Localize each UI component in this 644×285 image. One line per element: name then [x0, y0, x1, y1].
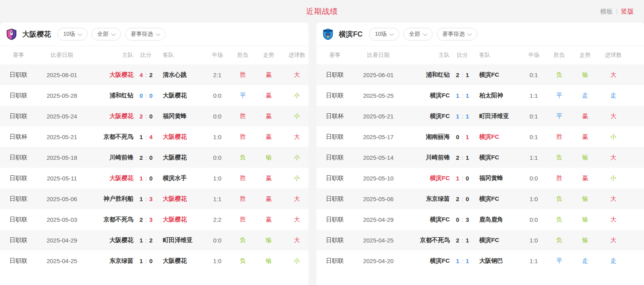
- match-row[interactable]: 日职联 2025-06-01 浦和红钻 2 : 1 横滨FC 0:1 负 输 大: [316, 64, 644, 85]
- handicap-trend: 赢: [252, 92, 285, 99]
- view-toggle-horizontal[interactable]: 横板: [600, 7, 613, 16]
- match-row[interactable]: 日联杯 2025-05-21 横滨FC 1 : 1 町田泽维亚 0:1 平 赢 …: [316, 106, 644, 126]
- col-goals: 进球数: [285, 52, 308, 59]
- goals-over-under: 小: [602, 133, 625, 141]
- half-time-score: 0:0: [517, 216, 550, 223]
- half-time-score: 1:0: [201, 175, 234, 182]
- goals-over-under: 小: [285, 174, 308, 182]
- away-team: 大阪樱花: [159, 92, 201, 99]
- win-loss-result: 胜: [234, 195, 252, 203]
- away-team: 横滨FC: [475, 133, 517, 141]
- score: 0 : 0: [133, 92, 159, 99]
- score: 1 : 1: [450, 113, 475, 120]
- match-row[interactable]: 日职联 2025-05-18 川崎前锋 2 : 0 大阪樱花 0:0 负 输 小: [0, 147, 308, 168]
- handicap-trend: 赢: [568, 133, 602, 141]
- match-row[interactable]: 日职联 2025-04-29 大阪樱花 1 : 2 町田泽维亚 0:0 负 输 …: [0, 230, 308, 250]
- win-loss-result: 平: [550, 257, 568, 265]
- match-row[interactable]: 日职联 2025-04-20 横滨FC 1 : 1 大阪钢巴 1:1 平 走 走: [316, 250, 644, 271]
- team-panel-cerezo-osaka: 大阪樱花 10场 全部 赛事筛选 赛事 比赛日期 主队 比分: [0, 23, 308, 285]
- goals-over-under: 大: [285, 133, 308, 141]
- chevron-down-icon: [389, 31, 394, 36]
- competition-label: 日职联: [0, 154, 37, 161]
- competition-label: 日联杯: [0, 133, 37, 141]
- match-row[interactable]: 日职联 2025-05-17 湘南丽海 0 : 1 横滨FC 0:1 胜 赢 小: [316, 126, 644, 147]
- match-row[interactable]: 日职联 2025-05-24 大阪樱花 2 : 0 福冈黄蜂 0:0 胜 赢 小: [0, 106, 308, 126]
- goals-over-under: 大: [602, 237, 625, 244]
- match-count-filter[interactable]: 10场: [369, 28, 399, 41]
- away-team: 横滨FC: [475, 195, 517, 203]
- away-team: 福冈黄蜂: [475, 174, 517, 182]
- score: 4 : 2: [133, 72, 159, 78]
- win-loss-result: 胜: [234, 216, 252, 223]
- competition-label: 日职联: [316, 257, 353, 265]
- match-row[interactable]: 日职联 2025-05-10 横滨FC 1 : 0 福冈黄蜂 0:0 胜 赢 小: [316, 168, 644, 188]
- match-date: 2025-05-17: [353, 134, 403, 140]
- score-separator: :: [462, 134, 463, 140]
- goals-over-under: 小: [602, 174, 625, 182]
- match-row[interactable]: 日职联 2025-05-28 浦和红钻 0 : 0 大阪樱花 0:0 平 赢 小: [0, 85, 308, 106]
- home-score: 1: [140, 175, 143, 182]
- away-score: 1: [466, 154, 469, 161]
- match-row[interactable]: 日职联 2025-04-29 横滨FC 0 : 3 鹿岛鹿角 0:0 负 输 大: [316, 209, 644, 230]
- match-date: 2025-06-01: [37, 72, 87, 78]
- team-name: 横滨FC: [339, 29, 363, 39]
- match-row[interactable]: 日职联 2025-05-14 川崎前锋 2 : 1 横滨FC 1:1 负 输 大: [316, 147, 644, 168]
- away-score: 0: [149, 154, 152, 161]
- score-separator: :: [462, 237, 463, 244]
- goals-over-under: 大: [602, 154, 625, 161]
- match-row[interactable]: 日职联 2025-05-25 横滨FC 1 : 1 柏太阳神 1:1 平 走 走: [316, 85, 644, 106]
- competition-filter[interactable]: 赛事筛选: [125, 28, 166, 41]
- match-row[interactable]: 日职联 2025-04-25 东京绿茵 1 : 0 大阪樱花 1:0 负 输 小: [0, 250, 308, 271]
- score: 1 : 1: [450, 92, 475, 99]
- match-row[interactable]: 日职联 2025-05-03 京都不死鸟 2 : 3 大阪樱花 2:2 胜 赢 …: [0, 209, 308, 230]
- goals-over-under: 大: [285, 71, 308, 79]
- page-title: 近期战绩: [306, 6, 338, 17]
- away-team: 横滨FC: [475, 71, 517, 79]
- score-separator: :: [145, 196, 147, 202]
- home-team: 湘南丽海: [403, 133, 450, 141]
- competition-label: 日职联: [0, 195, 37, 203]
- half-time-score: 0:0: [201, 237, 234, 244]
- match-row[interactable]: 日联杯 2025-05-21 京都不死鸟 1 : 4 大阪樱花 1:0 胜 赢 …: [0, 126, 308, 147]
- scope-filter[interactable]: 全部: [92, 28, 121, 41]
- home-score: 1: [140, 237, 143, 244]
- match-row[interactable]: 日职联 2025-06-01 大阪樱花 4 : 2 清水心跳 2:1 胜 赢 大: [0, 64, 308, 85]
- scope-filter[interactable]: 全部: [403, 28, 433, 41]
- score: 2 : 1: [450, 154, 475, 161]
- home-score: 2: [140, 113, 143, 120]
- win-loss-result: 平: [234, 92, 252, 99]
- score: 1 : 2: [133, 237, 159, 244]
- match-date: 2025-05-14: [353, 154, 403, 161]
- home-score: 1: [140, 258, 143, 264]
- away-score: 0: [466, 175, 469, 182]
- away-team: 大阪樱花: [159, 195, 201, 203]
- score: 2 : 0: [133, 113, 159, 120]
- match-row[interactable]: 日职联 2025-05-06 东京绿茵 2 : 0 横滨FC 1:0 负 输 大: [316, 188, 644, 209]
- match-count-filter[interactable]: 10场: [57, 28, 88, 41]
- match-row[interactable]: 日职联 2025-05-06 神户胜利船 1 : 3 大阪樱花 1:1 胜 赢 …: [0, 188, 308, 209]
- match-date: 2025-05-18: [37, 154, 87, 161]
- match-row[interactable]: 日职联 2025-04-25 京都不死鸟 2 : 1 横滨FC 1:0 负 输 …: [316, 230, 644, 250]
- score: 2 : 0: [450, 196, 475, 202]
- away-score: 1: [466, 113, 469, 120]
- handicap-trend: 赢: [252, 174, 285, 182]
- home-score: 2: [456, 72, 459, 78]
- view-toggle-vertical[interactable]: 竖版: [621, 7, 634, 16]
- win-loss-result: 胜: [234, 71, 252, 79]
- competition-filter[interactable]: 赛事筛选: [437, 28, 477, 41]
- score-separator: :: [462, 154, 463, 161]
- win-loss-result: 负: [550, 71, 568, 79]
- competition-label: 日职联: [0, 216, 37, 223]
- home-score: 2: [456, 237, 459, 244]
- score: 1 : 4: [133, 134, 159, 140]
- win-loss-result: 负: [234, 237, 252, 244]
- home-team: 横滨FC: [403, 92, 450, 99]
- away-score: 0: [466, 196, 469, 202]
- match-date: 2025-04-25: [37, 258, 87, 264]
- match-row[interactable]: 日职联 2025-05-11 大阪樱花 1 : 0 横滨水手 1:0 胜 赢 小: [0, 168, 308, 188]
- goals-over-under: 小: [285, 154, 308, 161]
- half-time-score: 1:1: [201, 196, 234, 202]
- away-score: 1: [466, 258, 469, 264]
- away-team: 清水心跳: [159, 71, 201, 79]
- score-separator: :: [462, 196, 463, 202]
